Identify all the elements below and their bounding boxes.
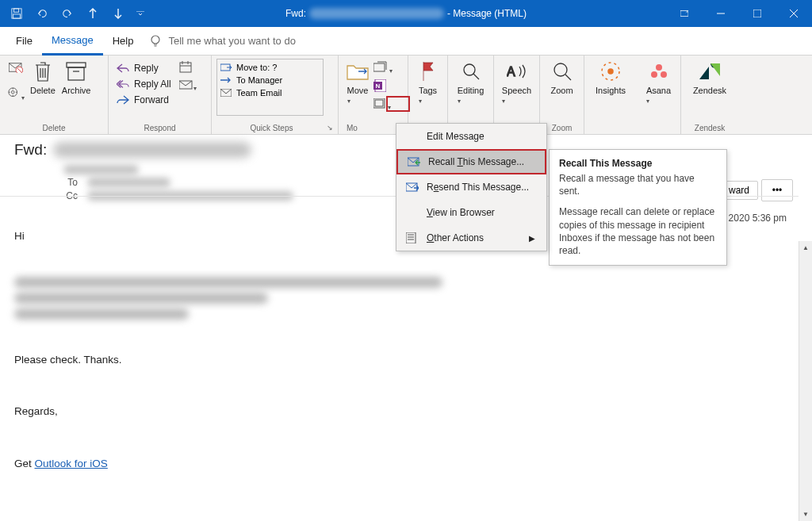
speech-dropdown[interactable]: A Speech▾ — [499, 59, 534, 105]
actions-dropdown[interactable]: ▾ — [373, 98, 393, 113]
trash-icon — [32, 60, 54, 82]
read-aloud-icon: A — [506, 60, 528, 82]
resend-icon — [406, 181, 419, 193]
scroll-up-button[interactable]: ▲ — [799, 241, 812, 255]
group-label-delete: Delete — [0, 124, 108, 132]
ribbon-display-options-button[interactable] — [666, 0, 703, 27]
reply-all-button[interactable]: Reply All — [113, 76, 174, 92]
menu-edit-message[interactable]: Edit Message — [396, 124, 546, 149]
chevron-right-icon: ▶ — [529, 234, 535, 243]
ignore-button[interactable] — [9, 62, 23, 76]
svg-rect-15 — [68, 67, 84, 80]
menu-resend-message[interactable]: Resend This Message... — [396, 174, 546, 200]
other-actions-icon — [406, 232, 419, 244]
move-dropdown[interactable]: Move▾ — [343, 59, 372, 121]
window-title: Fwd: - Message (HTML) — [285, 8, 527, 19]
recall-icon — [408, 155, 420, 168]
customize-toolbar-dropdown[interactable] — [133, 2, 147, 25]
body-signature: Get Outlook for iOS — [14, 455, 798, 473]
group-label-quicksteps: Quick Steps↘ — [212, 124, 338, 132]
tab-help[interactable]: Help — [103, 27, 144, 55]
group-respond: Reply Reply All Forward ▾ Respond — [109, 56, 212, 134]
tell-me-search[interactable]: Tell me what you want to do — [149, 34, 295, 48]
quickstep-teamemail[interactable]: Team Email — [219, 86, 321, 99]
junk-dropdown[interactable]: ▾ — [7, 87, 25, 103]
vertical-scrollbar[interactable]: ▲ ▼ — [799, 241, 812, 521]
header-action-buttons: ward ••• — [720, 179, 793, 201]
zoom-icon — [551, 60, 573, 82]
group-label-zendesk: Zendesk — [681, 124, 738, 132]
recall-tooltip: Recall This Message Recall a message tha… — [549, 149, 727, 266]
svg-line-32 — [565, 75, 571, 80]
tooltip-title: Recall This Message — [559, 158, 717, 169]
editing-dropdown[interactable]: Editing▾ — [453, 59, 488, 105]
zendesk-button[interactable]: Zendesk — [686, 59, 733, 95]
meeting-button[interactable] — [179, 60, 197, 76]
subject-prefix: Fwd: — [14, 141, 47, 159]
svg-point-8 — [151, 36, 159, 44]
forward-icon — [117, 94, 129, 106]
svg-rect-27 — [375, 100, 383, 106]
onenote-button[interactable]: N — [373, 79, 393, 95]
asana-dropdown[interactable]: Asana▾ — [642, 59, 676, 105]
svg-line-29 — [473, 74, 479, 79]
archive-button[interactable]: Archive — [59, 59, 94, 121]
reply-all-icon — [117, 78, 129, 90]
svg-rect-5 — [753, 10, 761, 17]
menu-recall-message[interactable]: Recall This Message... — [396, 149, 546, 174]
dialog-launcher-icon[interactable]: ↘ — [327, 124, 333, 132]
tooltip-p2: Message recall can delete or replace cop… — [559, 205, 717, 257]
title-redacted — [309, 8, 444, 19]
outlook-ios-link[interactable]: Outlook for iOS — [35, 458, 108, 469]
svg-point-13 — [11, 90, 14, 94]
svg-text:A: A — [507, 65, 515, 79]
rules-dropdown[interactable]: ▾ — [373, 60, 393, 76]
svg-rect-22 — [373, 63, 385, 71]
reply-icon — [117, 62, 129, 75]
svg-rect-2 — [13, 14, 21, 18]
tooltip-p1: Recall a message that you have sent. — [559, 172, 717, 197]
save-button[interactable] — [6, 2, 27, 25]
quick-access-toolbar — [0, 2, 147, 25]
zoom-button[interactable]: Zoom — [545, 59, 579, 95]
svg-rect-17 — [180, 63, 191, 72]
forward-button[interactable]: Forward — [113, 92, 174, 108]
insights-icon — [599, 60, 622, 82]
asana-icon — [648, 60, 670, 82]
header-more-button[interactable]: ••• — [761, 179, 793, 201]
group-label-respond: Respond — [109, 124, 211, 132]
actions-dropdown-menu: Edit Message Recall This Message... Rese… — [396, 123, 547, 251]
title-bar: Fwd: - Message (HTML) — [0, 0, 812, 27]
tab-message[interactable]: Message — [42, 28, 103, 56]
tags-dropdown[interactable]: Tags▾ — [413, 59, 442, 105]
svg-point-37 — [661, 71, 667, 78]
svg-text:N: N — [376, 82, 381, 90]
reply-button[interactable]: Reply — [113, 60, 174, 76]
next-item-button[interactable] — [108, 2, 128, 25]
svg-point-31 — [554, 63, 567, 76]
undo-button[interactable] — [32, 2, 52, 25]
scroll-down-button[interactable]: ▼ — [799, 508, 812, 521]
menu-other-actions[interactable]: Other Actions ▶ — [396, 225, 546, 251]
window-controls — [666, 0, 812, 27]
group-insights: Insights — [584, 56, 637, 134]
menu-view-browser[interactable]: View in Browser — [396, 200, 546, 225]
redo-button[interactable] — [57, 2, 78, 25]
svg-rect-1 — [14, 9, 19, 12]
svg-rect-40 — [406, 232, 416, 243]
quickstep-tomanager[interactable]: To Manager — [219, 74, 321, 86]
more-respond-button[interactable]: ▾ — [179, 79, 197, 94]
delete-button[interactable]: Delete — [27, 59, 59, 121]
svg-point-34 — [608, 69, 613, 74]
minimize-button[interactable] — [703, 0, 739, 27]
zendesk-icon — [699, 60, 721, 82]
close-button[interactable] — [776, 0, 812, 27]
to-label: To — [63, 177, 78, 188]
quickstep-moveto[interactable]: Move to: ? — [219, 61, 321, 74]
svg-point-28 — [464, 64, 475, 75]
svg-point-35 — [656, 64, 662, 71]
previous-item-button[interactable] — [82, 2, 103, 25]
maximize-button[interactable] — [739, 0, 776, 27]
tab-file[interactable]: File — [6, 27, 42, 55]
insights-button[interactable]: Insights — [589, 59, 632, 95]
